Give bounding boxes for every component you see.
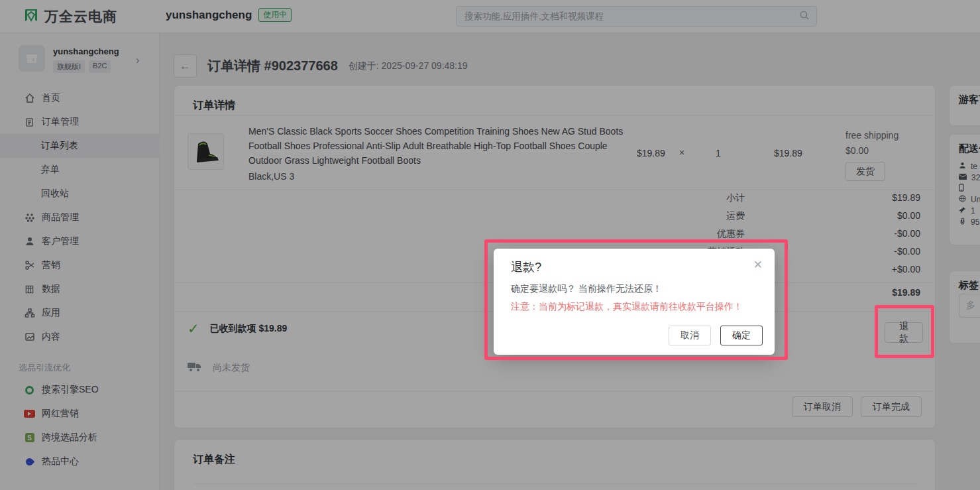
dialog-message: 确定要退款吗？ 当前操作无法还原！ (511, 283, 662, 295)
dialog-warning: 注意：当前为标记退款，真实退款请前往收款平台操作！ (511, 301, 743, 313)
dialog-cancel-button[interactable]: 取消 (669, 326, 711, 345)
app-root: 万全云电商 yunshangcheng 使用中 yunshangcheng 旗舰… (0, 0, 980, 490)
dialog-title: 退款? (511, 259, 541, 275)
dialog-confirm-button[interactable]: 确定 (720, 326, 763, 345)
refund-confirm-dialog: 退款? ✕ 确定要退款吗？ 当前操作无法还原！ 注意：当前为标记退款，真实退款请… (494, 249, 775, 355)
modal-overlay (0, 0, 980, 490)
close-icon[interactable]: ✕ (753, 258, 763, 272)
